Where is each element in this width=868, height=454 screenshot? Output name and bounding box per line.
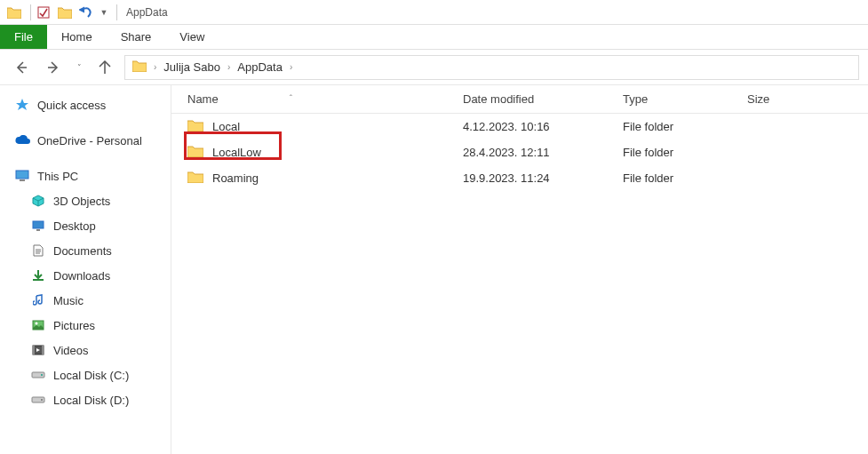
download-icon bbox=[30, 267, 46, 283]
dropdown-icon[interactable]: ▼ bbox=[99, 4, 109, 21]
sidebar-item-label: Documents bbox=[53, 244, 112, 258]
star-icon bbox=[14, 97, 30, 113]
titlebar: ▼ AppData bbox=[0, 0, 868, 25]
column-header-size[interactable]: Size bbox=[747, 92, 818, 106]
column-header-type[interactable]: Type bbox=[623, 92, 747, 106]
svg-rect-3 bbox=[33, 221, 44, 228]
undo-icon[interactable] bbox=[77, 4, 95, 21]
column-header-name[interactable]: Name ˆ bbox=[187, 92, 463, 106]
sidebar-item-label: Downloads bbox=[53, 269, 110, 283]
forward-button[interactable] bbox=[41, 55, 66, 80]
folder-icon bbox=[187, 145, 203, 161]
drive-icon bbox=[30, 392, 46, 408]
sort-indicator-icon: ˆ bbox=[290, 94, 292, 104]
sidebar-item-label: Videos bbox=[53, 344, 89, 357]
column-headers: Name ˆ Date modified Type Size bbox=[171, 85, 868, 114]
svg-rect-1 bbox=[16, 171, 28, 179]
cube-icon bbox=[30, 193, 46, 209]
up-button[interactable] bbox=[92, 55, 117, 80]
folder-row[interactable]: Roaming 19.9.2023. 11:24 File folder bbox=[171, 165, 868, 191]
sidebar-item-label: This PC bbox=[37, 170, 78, 183]
chevron-right-icon[interactable]: › bbox=[288, 62, 294, 72]
window-title: AppData bbox=[126, 6, 168, 19]
sidebar-item-label: Quick access bbox=[37, 99, 106, 112]
folder-row[interactable]: LocalLow 28.4.2023. 12:11 File folder bbox=[171, 139, 868, 165]
drive-icon bbox=[30, 367, 46, 383]
music-icon bbox=[30, 292, 46, 308]
sidebar-item-documents[interactable]: Documents bbox=[0, 238, 171, 263]
back-button[interactable] bbox=[9, 55, 34, 80]
breadcrumb-segment[interactable]: Julija Sabo bbox=[158, 60, 226, 74]
separator bbox=[30, 4, 31, 20]
file-name: Local bbox=[212, 120, 463, 133]
file-name: Roaming bbox=[212, 171, 463, 185]
file-list: Name ˆ Date modified Type Size Local 4.1… bbox=[171, 85, 868, 454]
sidebar-item-label: Music bbox=[53, 294, 84, 307]
sidebar-item-disk-c[interactable]: Local Disk (C:) bbox=[0, 362, 171, 387]
file-type: File folder bbox=[623, 120, 747, 133]
sidebar-item-label: Local Disk (C:) bbox=[53, 369, 129, 382]
sidebar-item-label: Desktop bbox=[53, 219, 96, 233]
breadcrumb-segment[interactable]: AppData bbox=[232, 60, 288, 74]
file-type: File folder bbox=[623, 171, 747, 185]
pictures-icon bbox=[30, 317, 46, 333]
folder-icon bbox=[5, 4, 23, 21]
tab-file[interactable]: File bbox=[0, 25, 47, 49]
properties-icon[interactable] bbox=[35, 4, 52, 21]
chevron-right-icon[interactable]: › bbox=[226, 62, 232, 72]
chevron-right-icon[interactable]: › bbox=[152, 62, 158, 72]
recent-locations-button[interactable]: ˅ bbox=[73, 55, 85, 80]
computer-icon bbox=[14, 168, 30, 184]
sidebar-item-label: Local Disk (D:) bbox=[53, 394, 129, 407]
sidebar-item-music[interactable]: Music bbox=[0, 288, 171, 313]
column-header-date[interactable]: Date modified bbox=[463, 92, 623, 106]
svg-rect-2 bbox=[20, 179, 25, 181]
folder-row[interactable]: Local 4.12.2023. 10:16 File folder bbox=[171, 114, 868, 139]
folder-icon bbox=[132, 60, 148, 76]
tab-share[interactable]: Share bbox=[107, 25, 166, 49]
address-bar[interactable]: › Julija Sabo › AppData › bbox=[124, 55, 859, 80]
documents-icon bbox=[30, 243, 46, 259]
svg-rect-8 bbox=[33, 346, 35, 354]
desktop-icon bbox=[30, 218, 46, 234]
file-name: LocalLow bbox=[212, 146, 463, 159]
file-date: 19.9.2023. 11:24 bbox=[463, 171, 623, 185]
svg-rect-11 bbox=[41, 374, 43, 376]
sidebar-item-disk-d[interactable]: Local Disk (D:) bbox=[0, 387, 171, 412]
sidebar-item-label: 3D Objects bbox=[53, 195, 110, 208]
svg-rect-13 bbox=[41, 399, 43, 401]
svg-rect-0 bbox=[38, 7, 49, 18]
sidebar-item-videos[interactable]: Videos bbox=[0, 338, 171, 362]
sidebar-this-pc[interactable]: This PC bbox=[0, 163, 171, 188]
folder-icon bbox=[187, 119, 203, 135]
file-type: File folder bbox=[623, 146, 747, 159]
sidebar-quick-access[interactable]: Quick access bbox=[0, 92, 171, 117]
svg-rect-9 bbox=[42, 346, 44, 354]
svg-rect-4 bbox=[36, 229, 40, 231]
body: Quick access OneDrive - Personal This PC… bbox=[0, 85, 868, 454]
svg-point-6 bbox=[36, 323, 38, 325]
sidebar-onedrive[interactable]: OneDrive - Personal bbox=[0, 128, 171, 153]
cloud-icon bbox=[14, 132, 30, 148]
sidebar-item-label: OneDrive - Personal bbox=[37, 134, 142, 147]
sidebar-item-downloads[interactable]: Downloads bbox=[0, 263, 171, 288]
ribbon: File Home Share View bbox=[0, 25, 868, 50]
new-folder-icon[interactable] bbox=[56, 4, 74, 21]
navigation-pane: Quick access OneDrive - Personal This PC… bbox=[0, 85, 171, 454]
videos-icon bbox=[30, 342, 46, 358]
sidebar-item-pictures[interactable]: Pictures bbox=[0, 313, 171, 338]
sidebar-item-desktop[interactable]: Desktop bbox=[0, 213, 171, 238]
sidebar-item-3d-objects[interactable]: 3D Objects bbox=[0, 188, 171, 213]
folder-icon bbox=[187, 171, 203, 187]
file-date: 4.12.2023. 10:16 bbox=[463, 120, 623, 133]
tab-view[interactable]: View bbox=[165, 25, 219, 49]
file-date: 28.4.2023. 12:11 bbox=[463, 146, 623, 159]
navigation-bar: ˅ › Julija Sabo › AppData › bbox=[0, 50, 868, 85]
separator bbox=[116, 4, 117, 20]
tab-home[interactable]: Home bbox=[47, 25, 107, 49]
sidebar-item-label: Pictures bbox=[53, 319, 95, 332]
